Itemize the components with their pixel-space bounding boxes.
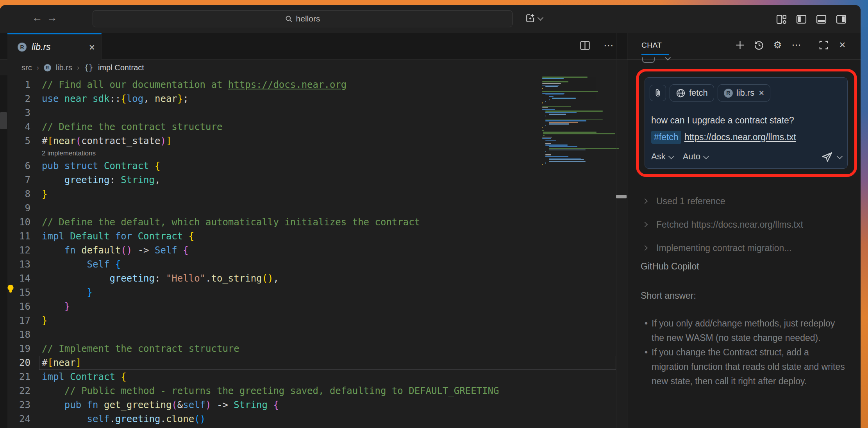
chat-lead-text: Short answer: <box>641 291 696 301</box>
editor-actions: ⋯ <box>580 39 614 52</box>
code-line-12[interactable]: 12 fn default() -> Self { <box>0 243 616 257</box>
code-line-13[interactable]: 13 Self { <box>0 257 616 271</box>
code-token: . <box>109 414 115 424</box>
code-line-5[interactable]: 5#[near(contract_state)] <box>0 134 616 148</box>
split-editor-icon[interactable] <box>580 40 590 51</box>
code-line-11[interactable]: 11impl Default for Contract { <box>0 229 616 243</box>
toggle-secondary-sidebar-icon[interactable] <box>836 14 847 25</box>
code-line-8[interactable]: 8} <box>0 187 616 201</box>
code-line-17[interactable]: 17} <box>0 314 616 328</box>
code-line-9[interactable]: 9 <box>0 201 616 215</box>
code-line-6[interactable]: 6pub struct Contract { <box>0 159 616 173</box>
minimap-line <box>542 83 561 84</box>
code-text: } <box>30 315 47 326</box>
code-line-4[interactable]: 4// Define the contract structure <box>0 120 616 134</box>
new-chat-icon[interactable] <box>735 40 745 50</box>
lightbulb-icon[interactable] <box>5 284 16 294</box>
chat-close-icon[interactable]: × <box>837 40 848 50</box>
code-lens[interactable]: 2 implementations <box>0 148 616 159</box>
code-token <box>42 385 64 396</box>
chip-fetch[interactable]: fetch <box>670 84 714 102</box>
toggle-primary-sidebar-icon[interactable] <box>796 14 807 25</box>
code-line-24[interactable]: 24 self.greeting.clone() <box>0 412 616 426</box>
code-token: } <box>87 287 93 298</box>
send-button[interactable] <box>821 151 833 162</box>
code-line-20[interactable]: 20#[near] <box>0 356 616 370</box>
code-token: : <box>109 175 121 185</box>
editor[interactable]: 1// Find all our documentation at https:… <box>0 78 616 428</box>
attach-context-button[interactable] <box>650 85 666 101</box>
chat-more-icon[interactable]: ⋯ <box>791 40 802 50</box>
chevron-down-icon <box>665 57 671 61</box>
chat-step[interactable]: Fetched https://docs.near.org/llms.txt <box>643 219 803 230</box>
chat-tab-label[interactable]: CHAT <box>641 41 662 50</box>
code-token: : <box>155 273 166 284</box>
code-token: ] <box>166 136 171 146</box>
message-link[interactable]: https://docs.near.org/llms.txt <box>684 132 796 143</box>
tab-label: lib.rs <box>32 42 51 52</box>
code-line-7[interactable]: 7 greeting: String, <box>0 173 616 187</box>
copilot-button[interactable] <box>525 13 543 23</box>
code-token: Contract <box>70 371 115 382</box>
chat-message-line2: #fetch https://docs.near.org/llms.txt <box>651 131 796 144</box>
chat-step[interactable]: Implementing contract migration... <box>643 242 803 254</box>
minimap-line <box>545 162 546 164</box>
chip-label: fetch <box>689 88 708 98</box>
code-line-2[interactable]: 2use near_sdk::{log, near}; <box>0 92 616 106</box>
code-token: near <box>53 357 76 368</box>
code-line-19[interactable]: 19// Implement the contract structure <box>0 342 616 356</box>
toggle-panel-icon[interactable] <box>816 14 827 25</box>
code-token: . <box>205 273 211 284</box>
chip-label: lib.rs <box>736 88 754 98</box>
chat-step[interactable]: Used 1 reference <box>643 195 803 207</box>
code-line-18[interactable]: 18 <box>0 328 616 342</box>
sash-handle[interactable] <box>616 195 627 198</box>
chat-history-icon[interactable] <box>754 40 764 50</box>
code-token: impl <box>42 371 64 382</box>
code-token <box>183 231 188 242</box>
code-line-1[interactable]: 1// Find all our documentation at https:… <box>0 78 616 92</box>
minimap-line <box>545 101 546 102</box>
send-dropdown-icon[interactable] <box>837 153 843 159</box>
code-line-23[interactable]: 23 pub fn get_greeting(&self) -> String … <box>0 398 616 412</box>
code-line-21[interactable]: 21impl Contract { <box>0 370 616 384</box>
breadcrumb-item-impl-contract[interactable]: impl Contract <box>98 63 144 72</box>
code-token: contract_state <box>81 136 160 146</box>
tab-close-icon[interactable]: × <box>89 42 95 52</box>
chat-maximize-icon[interactable] <box>818 40 829 50</box>
chip-librs[interactable]: R lib.rs × <box>718 84 770 102</box>
command-center-search[interactable]: hellors <box>93 10 513 27</box>
back-button[interactable]: ← <box>31 12 43 24</box>
customize-layout-icon[interactable] <box>776 14 787 25</box>
code-token <box>64 231 70 242</box>
code-line-10[interactable]: 10// Define the default, which automatic… <box>0 215 616 229</box>
code-line-3[interactable]: 3 <box>0 106 616 120</box>
bullet-item: •If you change the Contract struct, add … <box>641 345 847 389</box>
chat-bullet-list: •If you only add/change methods, just re… <box>641 316 847 389</box>
line-number: 21 <box>0 371 30 382</box>
chip-close-icon[interactable]: × <box>759 87 764 98</box>
more-actions-icon[interactable]: ⋯ <box>604 39 614 52</box>
code-token <box>115 371 121 382</box>
code-text: #[near] <box>30 357 81 368</box>
vscode-window: ← → hellors <box>0 5 861 428</box>
code-line-15[interactable]: 15 } <box>0 285 616 300</box>
minimap-line <box>545 143 551 144</box>
minimap-line <box>549 99 550 100</box>
bullet-icon: • <box>641 316 652 345</box>
breadcrumb-item-src[interactable]: src <box>21 63 32 72</box>
breadcrumb-item-librs[interactable]: lib.rs <box>56 63 72 72</box>
model-dropdown[interactable]: Auto <box>683 152 708 162</box>
code-line-16[interactable]: 16 } <box>0 300 616 314</box>
code-line-22[interactable]: 22 // Public method - returns the greeti… <box>0 384 616 398</box>
forward-button[interactable]: → <box>46 12 58 24</box>
tab-librs[interactable]: R lib.rs × <box>7 33 102 60</box>
minimap[interactable] <box>542 77 617 174</box>
line-number: 11 <box>0 231 30 242</box>
chat-settings-gear-icon[interactable]: ⚙ <box>772 40 783 50</box>
code-line-14[interactable]: 14 greeting: "Hello".to_string(), <box>0 271 616 285</box>
minimap-line <box>543 135 545 136</box>
chat-input[interactable]: fetch R lib.rs × how can I upgrade a con… <box>645 77 848 169</box>
code-text: impl Default for Contract { <box>30 231 194 242</box>
mode-dropdown[interactable]: Ask <box>651 152 673 162</box>
